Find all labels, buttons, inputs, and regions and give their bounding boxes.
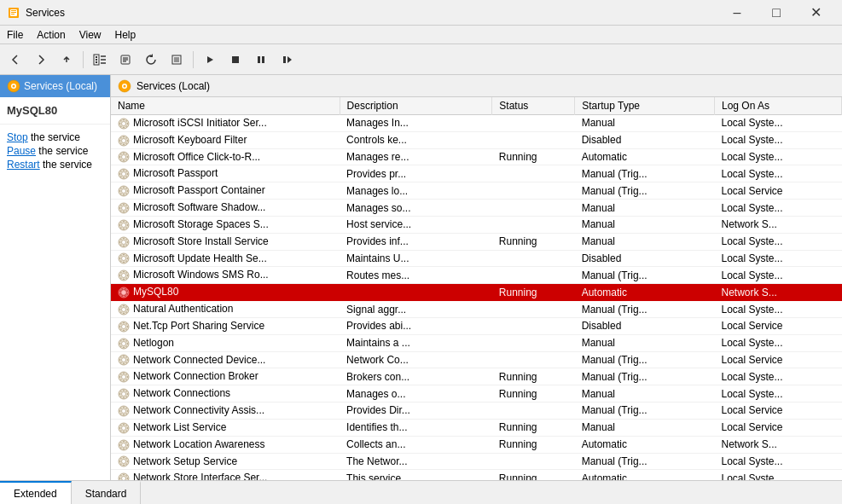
maximize-button[interactable]: □: [757, 0, 796, 26]
service-name-cell: Microsoft Software Shadow...: [111, 200, 340, 217]
table-row[interactable]: Microsoft Store Install Service Provides…: [111, 233, 842, 250]
properties-button[interactable]: [113, 48, 137, 72]
forward-button[interactable]: [29, 48, 53, 72]
menu-help[interactable]: Help: [108, 26, 143, 44]
service-logon-cell: Local Syste...: [715, 165, 842, 182]
pause-action[interactable]: Pause the service: [7, 145, 103, 157]
service-desc-cell: This service ...: [340, 470, 492, 480]
table-row[interactable]: Network Location Awareness Collects an..…: [111, 436, 842, 453]
services-table-container[interactable]: Name Description Status Startup Type Log…: [111, 97, 842, 480]
table-row[interactable]: Netlogon Maintains a ... Manual Local Sy…: [111, 334, 842, 351]
svg-line-117: [121, 256, 122, 257]
table-row[interactable]: Net.Tcp Port Sharing Service Provides ab…: [111, 317, 842, 334]
table-row[interactable]: Network Connected Device... Network Co..…: [111, 351, 842, 368]
svg-line-143: [126, 312, 127, 313]
svg-line-203: [126, 414, 127, 414]
svg-point-91: [122, 223, 126, 227]
menu-view[interactable]: View: [73, 26, 108, 44]
export-button[interactable]: [165, 48, 189, 72]
table-row[interactable]: Network Connection Broker Brokers con...…: [111, 368, 842, 385]
col-header-logon[interactable]: Log On As: [715, 97, 842, 115]
table-row[interactable]: Network Connectivity Assis... Provides D…: [111, 403, 842, 420]
table-row[interactable]: Microsoft Passport Provides pr... Manual…: [111, 165, 842, 182]
svg-line-235: [121, 464, 122, 465]
stop-link[interactable]: Stop: [7, 131, 28, 143]
svg-line-149: [126, 306, 127, 307]
svg-line-55: [121, 159, 122, 160]
stop-button[interactable]: [224, 48, 247, 72]
resume-button[interactable]: [275, 48, 299, 72]
pause-button[interactable]: [249, 48, 273, 72]
service-logon-cell: Local Syste...: [715, 131, 842, 148]
table-row[interactable]: MySQL80 Running Automatic Network S...: [111, 284, 842, 301]
svg-line-49: [126, 137, 127, 138]
col-header-name[interactable]: Name: [111, 97, 340, 115]
back-button[interactable]: [3, 48, 27, 72]
service-status-cell: Running: [492, 470, 575, 480]
svg-line-213: [126, 430, 127, 431]
table-row[interactable]: Microsoft Office Click-to-R... Manages r…: [111, 148, 842, 165]
svg-point-29: [124, 84, 126, 87]
svg-rect-20: [232, 56, 239, 63]
table-row[interactable]: Natural Authentication Signal aggr... Ma…: [111, 301, 842, 318]
menu-action[interactable]: Action: [30, 26, 72, 44]
svg-point-101: [122, 240, 126, 244]
minimize-button[interactable]: –: [717, 0, 757, 26]
service-name-label: MySQL80: [0, 97, 110, 125]
table-row[interactable]: Microsoft iSCSI Initiator Ser... Manages…: [111, 115, 842, 132]
up-button[interactable]: [55, 48, 78, 72]
close-button[interactable]: ✕: [796, 0, 835, 26]
restart-text: the service: [40, 159, 92, 171]
refresh-button[interactable]: [139, 48, 163, 72]
table-row[interactable]: Microsoft Software Shadow... Manages so.…: [111, 200, 842, 217]
play-button[interactable]: [198, 48, 222, 72]
restart-action[interactable]: Restart the service: [7, 159, 103, 171]
svg-point-201: [122, 408, 126, 413]
table-row[interactable]: Microsoft Passport Container Manages lo.…: [111, 182, 842, 200]
service-name-cell: Natural Authentication: [111, 301, 340, 318]
service-status-cell: [492, 403, 575, 420]
restart-link[interactable]: Restart: [7, 159, 40, 171]
svg-line-145: [121, 312, 122, 313]
table-row[interactable]: Network Connections Manages o... Running…: [111, 385, 842, 403]
service-logon-cell: Local Service: [715, 351, 842, 368]
stop-text: the service: [28, 131, 80, 143]
pause-link[interactable]: Pause: [7, 145, 36, 157]
service-startup-cell: Manual: [575, 233, 715, 250]
status-bar: Extended Standard: [0, 480, 842, 504]
show-hide-console-tree-button[interactable]: [88, 48, 112, 72]
table-row[interactable]: Network Store Interface Ser... This serv…: [111, 470, 842, 480]
col-header-description[interactable]: Description: [340, 97, 492, 115]
col-header-status[interactable]: Status: [492, 97, 575, 115]
svg-line-113: [126, 261, 127, 262]
svg-line-77: [121, 188, 122, 189]
service-status-cell: [492, 216, 575, 233]
svg-line-193: [126, 397, 127, 397]
table-row[interactable]: Network Setup Service The Networ... Manu…: [111, 453, 842, 470]
table-row[interactable]: Microsoft Storage Spaces S... Host servi…: [111, 216, 842, 233]
svg-line-199: [126, 391, 127, 392]
svg-point-31: [122, 121, 126, 125]
svg-line-89: [126, 205, 127, 206]
table-row[interactable]: Microsoft Update Health Se... Maintains …: [111, 250, 842, 267]
col-header-startup[interactable]: Startup Type: [575, 97, 715, 115]
table-row[interactable]: Microsoft Windows SMS Ro... Routes mes..…: [111, 267, 842, 284]
service-desc-cell: Manages In...: [340, 115, 492, 132]
service-name-cell: Network Connection Broker: [111, 368, 340, 385]
service-status-cell: [492, 301, 575, 318]
svg-line-217: [121, 425, 122, 426]
table-row[interactable]: Microsoft Keyboard Filter Controls ke...…: [111, 131, 842, 148]
tab-standard[interactable]: Standard: [72, 481, 142, 504]
service-name-cell: Net.Tcp Port Sharing Service: [111, 317, 340, 334]
svg-line-249: [126, 476, 127, 477]
svg-line-43: [126, 142, 127, 143]
service-desc-cell: Manages lo...: [340, 182, 492, 200]
menu-file[interactable]: File: [0, 26, 30, 44]
right-panel-title: Services (Local): [136, 80, 210, 92]
table-row[interactable]: Network List Service Identifies th... Ru…: [111, 419, 842, 436]
stop-action[interactable]: Stop the service: [7, 131, 103, 143]
service-logon-cell: Local Service: [715, 419, 842, 436]
svg-line-107: [121, 239, 122, 240]
svg-line-125: [121, 278, 122, 279]
tab-extended[interactable]: Extended: [0, 481, 72, 504]
